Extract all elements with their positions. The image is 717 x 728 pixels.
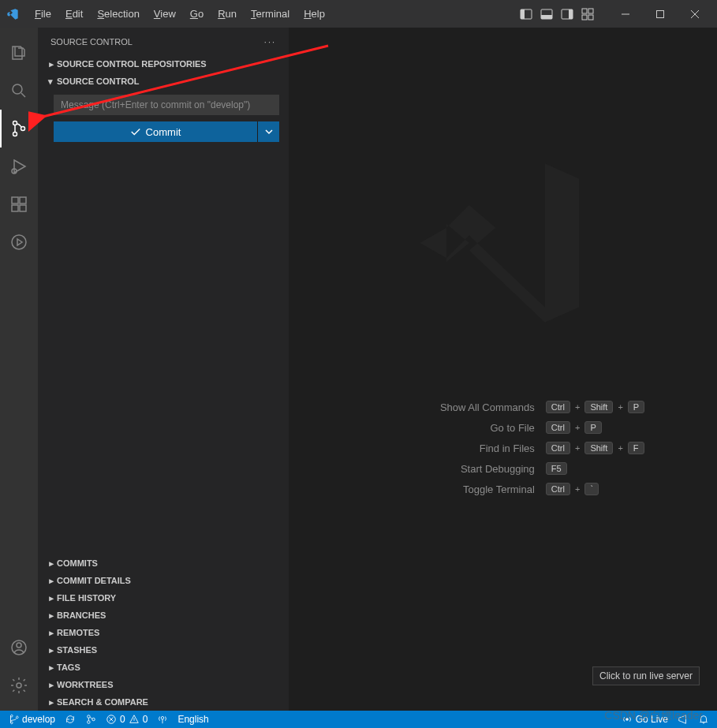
activity-bar (0, 28, 38, 711)
chevron-right-icon: ▾ (46, 678, 56, 691)
status-golive[interactable]: Go Live (617, 714, 673, 725)
commit-button[interactable]: Commit (54, 121, 257, 142)
editor-layout-controls (517, 5, 597, 24)
status-problems[interactable]: 0 0 (101, 711, 152, 728)
broadcast-icon (622, 714, 633, 725)
status-feedback[interactable] (673, 714, 693, 725)
section-repositories[interactable]: ▾ SOURCE CONTROL REPOSITORIES (38, 55, 289, 73)
menu-run[interactable]: Run (211, 5, 243, 23)
chevron-right-icon: ▾ (46, 644, 56, 656)
section-source-control[interactable]: ▾ SOURCE CONTROL (38, 73, 289, 90)
toggle-secondary-sidebar-icon[interactable] (558, 5, 577, 24)
chevron-right-icon: ▾ (46, 696, 56, 708)
sync-icon (65, 714, 76, 725)
sidebar-title: SOURCE CONTROL (50, 37, 133, 47)
status-ports[interactable] (152, 711, 173, 728)
error-icon (106, 714, 117, 725)
chevron-right-icon: ▾ (46, 58, 56, 70)
window-minimize-button[interactable] (610, 2, 641, 26)
menu-terminal[interactable]: Terminal (245, 5, 296, 23)
golive-tooltip: Click to run live server (592, 666, 700, 685)
megaphone-icon (678, 714, 689, 725)
toggle-primary-sidebar-icon[interactable] (517, 5, 536, 24)
chevron-right-icon: ▾ (46, 592, 56, 604)
svg-line-15 (21, 93, 25, 97)
shortcut-row: Show All CommandsCtrl+Shift+P (361, 401, 644, 413)
window-maximize-button[interactable] (644, 2, 676, 26)
status-language[interactable]: English (173, 711, 213, 728)
status-gitlens[interactable] (80, 711, 101, 728)
status-bell[interactable] (693, 714, 714, 725)
svg-rect-9 (588, 15, 593, 20)
menu-go[interactable]: Go (184, 5, 210, 23)
activity-settings[interactable] (0, 666, 38, 704)
activity-accounts[interactable] (0, 629, 38, 666)
commit-dropdown-button[interactable] (257, 121, 279, 142)
section-remotes[interactable]: ▾REMOTES (38, 624, 289, 641)
svg-point-18 (21, 127, 25, 131)
svg-rect-23 (20, 197, 26, 203)
source-control-sidebar: SOURCE CONTROL ··· ▾ SOURCE CONTROL REPO… (38, 28, 289, 711)
radio-tower-icon (157, 714, 168, 725)
git-branch-icon (8, 714, 19, 725)
menu-file[interactable]: File (28, 5, 58, 23)
svg-point-36 (626, 718, 629, 721)
activity-run-debug[interactable] (0, 147, 38, 185)
bell-icon (698, 714, 709, 725)
svg-rect-3 (541, 15, 552, 19)
svg-point-28 (88, 715, 91, 719)
status-branch[interactable]: develop (3, 711, 60, 728)
status-sync[interactable] (60, 711, 80, 728)
commit-button-label: Commit (146, 126, 181, 138)
section-branches[interactable]: ▾BRANCHES (38, 607, 289, 624)
chevron-down-icon (265, 128, 273, 136)
welcome-shortcuts: Show All CommandsCtrl+Shift+PGo to FileC… (361, 401, 644, 495)
status-bar: develop 0 0 English Go Live (0, 711, 717, 728)
vscode-logo-icon (6, 8, 19, 21)
section-stashes[interactable]: ▾STASHES (38, 641, 289, 659)
activity-extensions[interactable] (0, 185, 38, 223)
section-tags[interactable]: ▾TAGS (38, 659, 289, 676)
customize-layout-icon[interactable] (578, 5, 597, 24)
warning-icon (129, 714, 140, 725)
check-icon (130, 126, 141, 137)
shortcut-row: Start DebuggingF5 (361, 462, 644, 475)
chevron-right-icon: ▾ (46, 626, 56, 639)
menu-selection[interactable]: Selection (91, 5, 145, 23)
svg-rect-11 (657, 10, 664, 17)
window-close-button[interactable] (679, 2, 711, 26)
toggle-panel-icon[interactable] (537, 5, 556, 24)
svg-rect-8 (582, 15, 587, 20)
shortcut-row: Toggle TerminalCtrl+` (361, 483, 644, 495)
svg-point-24 (12, 235, 26, 249)
svg-rect-5 (569, 9, 573, 19)
svg-point-35 (162, 717, 165, 720)
svg-point-14 (13, 84, 22, 94)
menu-view[interactable]: View (148, 5, 182, 23)
editor-welcome: Show All CommandsCtrl+Shift+PGo to FileC… (289, 28, 717, 711)
activity-testing[interactable] (0, 223, 38, 261)
chevron-right-icon: ▾ (46, 557, 56, 569)
section-file-history[interactable]: ▾FILE HISTORY (38, 589, 289, 607)
section-search-compare[interactable]: ▾SEARCH & COMPARE (38, 693, 289, 711)
chevron-right-icon: ▾ (46, 609, 56, 622)
commit-message-input[interactable] (54, 95, 279, 115)
shortcut-row: Go to FileCtrl+P (361, 421, 644, 434)
title-bar: FileEditSelectionViewGoRunTerminalHelp (0, 0, 717, 28)
activity-source-control[interactable] (0, 110, 38, 147)
main-menu: FileEditSelectionViewGoRunTerminalHelp (28, 5, 331, 23)
svg-rect-22 (20, 205, 26, 211)
svg-point-27 (17, 683, 21, 688)
shortcut-row: Find in FilesCtrl+Shift+F (361, 442, 644, 454)
svg-rect-21 (12, 205, 18, 211)
menu-help[interactable]: Help (297, 5, 331, 23)
menu-edit[interactable]: Edit (59, 5, 89, 23)
svg-point-16 (13, 121, 17, 125)
section-commits[interactable]: ▾COMMITS (38, 554, 289, 572)
activity-search[interactable] (0, 72, 38, 110)
sidebar-more-icon[interactable]: ··· (264, 37, 276, 47)
activity-explorer[interactable] (0, 34, 38, 72)
section-commit-details[interactable]: ▾COMMIT DETAILS (38, 572, 289, 589)
section-worktrees[interactable]: ▾WORKTREES (38, 676, 289, 693)
svg-point-26 (17, 643, 21, 648)
